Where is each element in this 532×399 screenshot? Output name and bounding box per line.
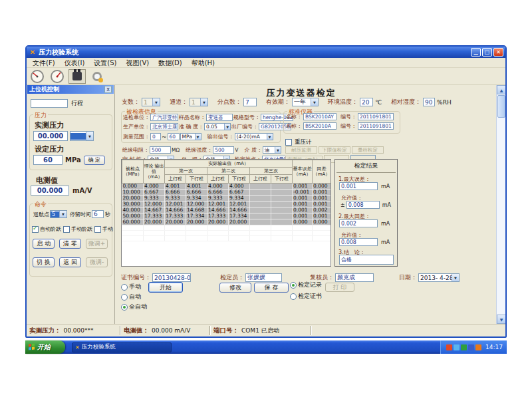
cruise-point-combo[interactable]: 5 ▼ xyxy=(50,210,67,218)
number-input[interactable]: 2011091801 xyxy=(358,122,394,130)
unchecked-checkbox-icon[interactable] xyxy=(63,226,70,233)
table-row[interactable]: 20.0009.3339.3339.3349.3339.3340.0010.00… xyxy=(122,196,331,201)
minimize-button[interactable]: ▁ xyxy=(471,48,481,57)
scroll-down-icon[interactable]: ▼ xyxy=(497,315,505,324)
number-input[interactable]: 2011091801 xyxy=(358,113,394,120)
start-verification-button[interactable]: 开始 xyxy=(148,282,183,293)
pump-toolbar-button[interactable] xyxy=(68,69,86,84)
signal-combo[interactable]: (4-20)mA▼ xyxy=(235,133,273,140)
dock-header[interactable]: 上位机控制 x xyxy=(27,85,114,94)
table-row[interactable]: 0.0004.0004.0014.0014.0004.0000.0010.000 xyxy=(122,184,331,190)
chevron-down-icon[interactable]: ▼ xyxy=(267,134,273,140)
strength-input[interactable]: 500 xyxy=(213,146,234,154)
name-input[interactable]: BSK2010AY xyxy=(303,113,336,120)
table-row[interactable]: 50.00017.33317.33317.33417.33317.3340.00… xyxy=(122,213,331,219)
radio-option[interactable]: 检定记录 xyxy=(290,281,322,289)
search-toolbar-button[interactable] xyxy=(88,69,106,84)
radio-icon[interactable] xyxy=(121,284,128,291)
menu-item[interactable]: 仪表(I) xyxy=(60,58,90,68)
set-pressure-label: 设定压力 xyxy=(35,144,64,154)
sample-input[interactable]: 变送器 xyxy=(206,114,233,121)
unchecked-checkbox-icon[interactable] xyxy=(94,226,101,233)
table-cell xyxy=(271,219,293,225)
radio-icon[interactable] xyxy=(290,293,297,300)
sender-input[interactable]: 广汽菲亚特 xyxy=(150,114,178,121)
alert-tray-icon[interactable] xyxy=(446,344,452,350)
accuracy-combo[interactable]: 0.05▼ xyxy=(204,123,231,130)
modify-button[interactable]: 修改 xyxy=(219,283,251,293)
range-low-input[interactable]: 0 xyxy=(150,133,161,140)
medium-combo[interactable]: 油▼ xyxy=(263,146,281,154)
save-button[interactable]: 保 存 xyxy=(254,283,289,293)
vertical-scrollbar[interactable]: ▲ ▼ xyxy=(496,85,505,324)
validity-combo[interactable]: 一年▼ xyxy=(292,98,319,106)
menu-item[interactable]: 设置(S) xyxy=(89,58,121,68)
table-row[interactable]: 30.00012.00012.00112.00012.00112.0010.00… xyxy=(122,201,331,207)
command-button[interactable]: 切 换 xyxy=(33,257,55,267)
taskbar-item-app[interactable]: ✕ 压力校验系统 xyxy=(72,342,172,352)
checkbox-option[interactable]: 手动 xyxy=(94,225,113,233)
update-tray-icon[interactable] xyxy=(475,344,481,350)
pressure-unit-combo[interactable]: ▼ xyxy=(70,131,94,141)
close-button[interactable]: ✕ xyxy=(493,48,503,57)
command-button[interactable]: 启 动 xyxy=(33,239,55,249)
table-cell: 14.666 xyxy=(207,207,229,213)
selected-radio-icon[interactable] xyxy=(290,282,297,289)
verifier-input[interactable]: 张媛媛 xyxy=(245,273,282,282)
range-unit-combo[interactable]: MPa▼ xyxy=(180,133,201,140)
network-tray-icon[interactable] xyxy=(454,344,460,350)
gauge2-toolbar-button[interactable] xyxy=(49,69,66,84)
chevron-down-icon[interactable]: ▼ xyxy=(195,134,201,140)
chevron-down-icon[interactable]: ▼ xyxy=(59,211,66,217)
table-row[interactable]: 40.00014.66714.66614.66814.66614.6660.00… xyxy=(122,207,331,213)
gauge-checkbox[interactable] xyxy=(285,139,292,146)
scroll-up-icon[interactable]: ▲ xyxy=(497,85,505,94)
dwell-time-input[interactable]: 6 xyxy=(92,210,104,218)
points-input[interactable]: 7 xyxy=(243,98,257,106)
selected-radio-icon[interactable] xyxy=(121,304,128,311)
dock-close-icon[interactable]: x xyxy=(104,86,112,93)
resistance-input[interactable]: 500 xyxy=(150,146,171,154)
maximize-button[interactable]: □ xyxy=(482,48,492,57)
checkbox-option[interactable]: 自动阶跃 xyxy=(32,225,61,233)
menu-item[interactable]: 帮助(H) xyxy=(187,58,219,68)
menu-item[interactable]: 视图(V) xyxy=(121,58,154,68)
command-button[interactable]: 返 回 xyxy=(59,257,81,267)
shield-tray-icon[interactable] xyxy=(461,344,467,350)
radio-option[interactable]: 手动 xyxy=(121,283,147,291)
title-bar[interactable]: ✕ 压力校验系统 ▁ □ ✕ xyxy=(27,47,505,58)
travel-input[interactable] xyxy=(31,99,68,108)
radio-option[interactable]: 自动 xyxy=(121,293,147,301)
confirm-button[interactable]: 确 定 xyxy=(84,156,105,165)
chevron-down-icon[interactable]: ▼ xyxy=(86,132,93,140)
set-pressure-input[interactable]: 60 xyxy=(33,155,63,165)
start-button[interactable]: 开始 xyxy=(25,340,65,354)
checked-checkbox-icon[interactable] xyxy=(32,226,39,233)
app-tray-icon[interactable] xyxy=(468,344,474,350)
temperature-input[interactable]: 20 xyxy=(360,98,373,106)
chevron-down-icon[interactable]: ▼ xyxy=(275,147,281,153)
radio-icon[interactable] xyxy=(121,294,128,301)
name-input[interactable]: BSK2010A xyxy=(303,122,336,130)
table-cell: 20.000 xyxy=(186,219,207,225)
chevron-down-icon[interactable]: ▼ xyxy=(311,98,318,106)
cert-input[interactable]: 20130428-01 xyxy=(152,273,191,282)
chevron-down-icon[interactable]: ▼ xyxy=(224,124,230,130)
table-row[interactable]: 10.0006.6676.6666.6666.6666.667-0.0010.0… xyxy=(122,190,331,196)
radio-option[interactable]: 检定证书 xyxy=(290,292,322,301)
radio-option[interactable]: 全自动 xyxy=(121,303,147,311)
gauge1-toolbar-button[interactable] xyxy=(29,69,46,84)
maker-input[interactable]: 北京博士康 xyxy=(150,123,178,130)
command-button[interactable]: 清 零 xyxy=(59,239,81,249)
range-high-input[interactable]: 60 xyxy=(168,133,180,140)
humidity-input[interactable]: 90 xyxy=(423,98,435,106)
checkbox-option[interactable]: 手动阶跃 xyxy=(63,225,92,233)
table-cell: 20.000 xyxy=(165,219,186,225)
table-row[interactable]: 60.00020.00020.00020.00020.00020.0000.00… xyxy=(122,219,331,225)
scrollbar-thumb[interactable] xyxy=(497,95,505,118)
chevron-down-icon[interactable]: ▼ xyxy=(452,274,459,281)
menu-item[interactable]: 文件(F) xyxy=(28,58,60,68)
menu-item[interactable]: 数据(D) xyxy=(154,58,187,68)
date-combo[interactable]: 2013- 4-28▼ xyxy=(418,273,460,282)
reviewer-input[interactable]: 颜克成 xyxy=(335,273,374,282)
